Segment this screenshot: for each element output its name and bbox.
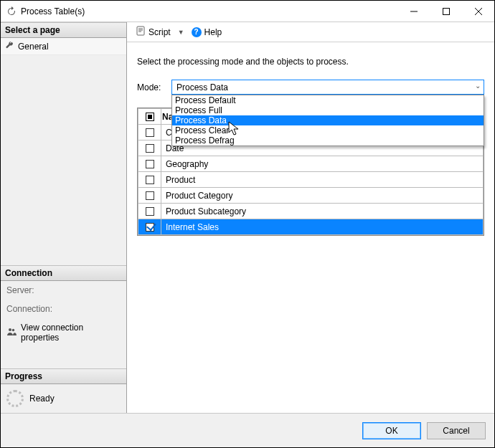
- sidebar: Select a page General Connection Server:…: [1, 22, 127, 413]
- progress-status-text: Ready: [29, 394, 55, 404]
- checkbox-icon: [146, 160, 154, 168]
- window-title: Process Table(s): [21, 6, 397, 16]
- row-checkbox-cell[interactable]: [138, 125, 161, 140]
- mode-label: Mode:: [137, 82, 166, 92]
- mode-option[interactable]: Process Defrag: [172, 135, 484, 146]
- view-connection-properties-label: View connection properties: [21, 323, 121, 343]
- table-row[interactable]: Product Subcategory: [138, 204, 484, 219]
- view-connection-properties-link[interactable]: View connection properties: [1, 318, 126, 347]
- mode-dropdown: Process DefaultProcess FullProcess DataP…: [171, 95, 484, 146]
- window-controls: [397, 1, 494, 22]
- toolbar: Script ▼ ? Help: [127, 22, 494, 42]
- row-checkbox-cell[interactable]: [138, 156, 161, 172]
- row-checkbox-cell[interactable]: [138, 219, 161, 235]
- row-checkbox-cell[interactable]: [138, 140, 161, 156]
- dialog-button-bar: OK Cancel: [1, 413, 494, 447]
- mode-option[interactable]: Process Default: [172, 95, 484, 105]
- progress-status-row: Ready: [1, 384, 126, 413]
- chevron-down-icon: ⌄: [475, 82, 481, 90]
- connection-header: Connection: [1, 265, 126, 281]
- row-checkbox-cell[interactable]: [138, 188, 161, 204]
- minimize-button[interactable]: [397, 1, 430, 22]
- ok-button[interactable]: OK: [362, 422, 421, 439]
- row-name-cell: Geography: [161, 156, 484, 172]
- server-label: Server:: [1, 281, 126, 300]
- mode-option[interactable]: Process Full: [172, 105, 484, 115]
- svg-rect-1: [443, 8, 449, 14]
- cancel-button[interactable]: Cancel: [427, 422, 486, 439]
- header-checkbox-cell[interactable]: [138, 109, 161, 125]
- checkbox-icon: [146, 191, 154, 200]
- row-name-cell: Product Subcategory: [161, 204, 484, 219]
- spinner-icon: [6, 390, 24, 407]
- script-icon: [136, 26, 146, 38]
- svg-line-3: [475, 8, 482, 15]
- mode-option[interactable]: Process Clear: [172, 125, 484, 135]
- table-row[interactable]: Product: [138, 172, 484, 188]
- script-dropdown-caret[interactable]: ▼: [176, 29, 186, 36]
- row-checkbox-cell[interactable]: [138, 172, 161, 188]
- row-name-cell: Product: [161, 172, 484, 188]
- progress-header: Progress: [1, 368, 126, 384]
- instruction-text: Select the processing mode and the objec…: [137, 57, 484, 67]
- checkbox-icon: [146, 144, 154, 153]
- mode-selected-value: Process Data: [176, 82, 228, 92]
- sidebar-item-label: General: [18, 42, 49, 52]
- help-label: Help: [204, 27, 222, 37]
- tri-state-checkbox-icon: [146, 113, 154, 121]
- people-icon: [6, 327, 16, 339]
- mode-combobox[interactable]: Process Data ⌄ Process DefaultProcess Fu…: [171, 80, 484, 95]
- mode-option[interactable]: Process Data: [172, 115, 484, 125]
- svg-rect-6: [137, 27, 144, 35]
- help-icon: ?: [192, 27, 202, 37]
- script-button[interactable]: Script: [133, 24, 174, 39]
- sidebar-item-general[interactable]: General: [1, 38, 126, 55]
- checkbox-icon: [146, 128, 154, 137]
- row-name-cell: Internet Sales: [161, 219, 484, 235]
- wrench-icon: [5, 41, 14, 52]
- svg-line-2: [475, 8, 482, 15]
- select-page-header: Select a page: [1, 22, 126, 38]
- svg-point-4: [9, 328, 11, 331]
- svg-point-5: [12, 328, 14, 330]
- row-name-cell: Product Category: [161, 188, 484, 204]
- refresh-icon: [6, 6, 16, 16]
- checkbox-icon: [146, 207, 154, 216]
- row-checkbox-cell[interactable]: [138, 204, 161, 219]
- help-button[interactable]: ? Help: [189, 26, 225, 39]
- checkbox-icon: [146, 176, 154, 184]
- title-bar: Process Table(s): [1, 1, 494, 22]
- table-row[interactable]: Geography: [138, 156, 484, 172]
- main-panel: Script ▼ ? Help Select the processing mo…: [127, 22, 494, 413]
- table-row[interactable]: Internet Sales: [138, 219, 484, 235]
- checkbox-icon: [146, 223, 154, 232]
- close-button[interactable]: [462, 1, 494, 22]
- maximize-button[interactable]: [430, 1, 462, 22]
- script-label: Script: [148, 27, 171, 37]
- table-row[interactable]: Product Category: [138, 188, 484, 204]
- connection-label: Connection:: [1, 300, 126, 318]
